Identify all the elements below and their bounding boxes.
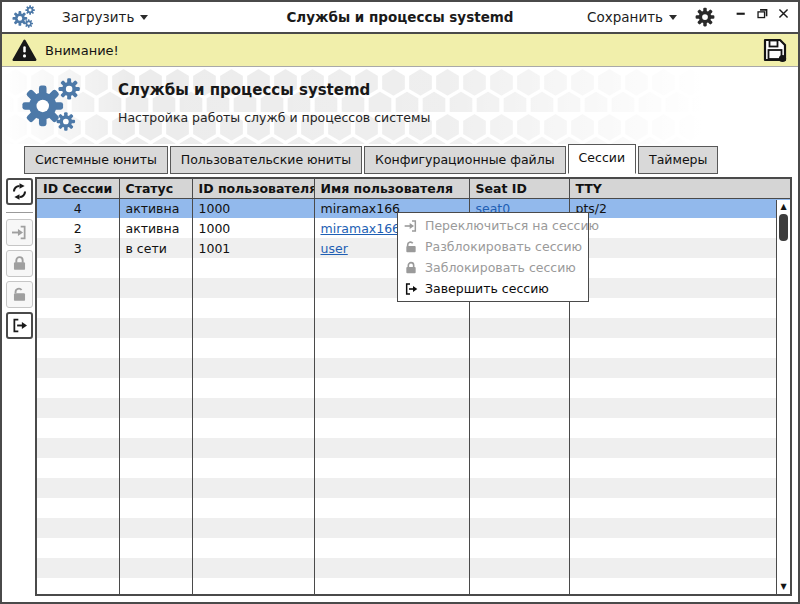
switch-session-icon [10,223,29,242]
table-row-empty [37,518,790,538]
switch-session-icon [403,218,419,234]
menu-item-terminate-session[interactable]: Завершить сессию [398,278,588,299]
unlock-icon [403,239,419,255]
title-bar: Загрузить Службы и процессы systemd Сохр… [2,2,798,34]
column-header-tty[interactable]: TTY [569,179,790,198]
session-toolbar [5,178,34,343]
minimize-button[interactable] [735,7,748,20]
save-dropdown-button[interactable]: Сохранить [583,7,681,27]
column-header-user-name[interactable]: Имя пользователя [314,179,469,198]
unlock-icon [10,285,29,304]
tab-bar: Системные юниты Пользовательские юниты К… [2,144,798,174]
save-report-icon[interactable] [762,37,788,63]
column-header-session-id[interactable]: ID Сессии [37,179,119,198]
table-row-empty [37,578,790,596]
lock-icon [10,254,29,273]
table-row-empty [37,398,790,418]
app-gears-icon [10,4,40,30]
chevron-down-icon [140,15,148,24]
tab-sessions[interactable]: Сессии [568,144,636,174]
table-row-empty [37,358,790,378]
tab-system-units[interactable]: Системные юниты [24,146,168,174]
scrollbar-thumb[interactable] [779,214,788,241]
terminate-session-icon [10,316,29,335]
cell-status: активна [119,198,192,218]
sessions-panel: ID Сессии Статус ID пользователя Имя пол… [2,174,798,602]
tab-user-units[interactable]: Пользовательские юниты [170,146,362,174]
lock-session-button [6,250,33,277]
column-header-user-id[interactable]: ID пользователя [192,179,314,198]
table-row-empty [37,478,790,498]
page-header: Службы и процессы systemd Настройка рабо… [2,67,798,144]
table-row-empty [37,418,790,438]
refresh-icon [10,182,29,201]
lock-icon [403,260,419,276]
load-dropdown-button[interactable]: Загрузить [58,7,152,27]
menu-item-lock-session: Заблокировать сессию [398,257,588,278]
menu-item-switch-session: Переключиться на сессию [398,215,588,236]
refresh-button[interactable] [6,178,33,205]
tab-timers[interactable]: Таймеры [638,146,718,174]
tab-config-files[interactable]: Конфигурационные файлы [364,146,566,174]
cell-tty: pts/2 [569,198,790,218]
switch-session-button [6,219,33,246]
load-dropdown-label: Загрузить [62,9,134,25]
save-dropdown-label: Сохранить [587,9,663,25]
table-row-empty [37,538,790,558]
toolbar-separator [6,212,33,213]
table-row-empty [37,498,790,518]
table-row-empty [37,458,790,478]
page-subtitle: Настройка работы служб и процессов систе… [118,110,430,125]
app-window: Загрузить Службы и процессы systemd Сохр… [0,0,800,604]
cell-status: в сети [119,238,192,258]
cell-session-id: 2 [37,218,119,238]
menu-item-label: Заблокировать сессию [425,260,576,275]
vertical-scrollbar[interactable]: ▲ ▼ [776,200,790,594]
table-row-empty [37,338,790,358]
table-row-empty [37,318,790,338]
cell-user-id: 1001 [192,238,314,258]
table-row-empty [37,378,790,398]
warning-label: Внимание! [45,43,119,58]
settings-gear-icon[interactable] [695,7,715,27]
cell-tty [569,218,790,238]
user-name-link[interactable]: miramax166 [321,221,401,236]
terminate-session-button[interactable] [6,312,33,339]
terminate-session-icon [403,281,419,297]
menu-item-label: Завершить сессию [425,281,549,296]
maximize-button[interactable] [756,7,769,20]
menu-item-label: Разблокировать сессию [425,239,582,254]
warning-bar: Внимание! [2,34,798,67]
menu-item-unlock-session: Разблокировать сессию [398,236,588,257]
page-title: Службы и процессы systemd [118,81,430,99]
cell-tty [569,238,790,258]
column-header-status[interactable]: Статус [119,179,192,198]
app-logo-gears [16,72,94,138]
user-name-link[interactable]: user [321,241,348,256]
cell-status: активна [119,218,192,238]
warning-icon [12,39,37,62]
table-header-row: ID Сессии Статус ID пользователя Имя пол… [37,179,790,198]
table-row-empty [37,558,790,578]
column-header-seat-id[interactable]: Seat ID [469,179,569,198]
unlock-session-button [6,281,33,308]
session-context-menu: Переключиться на сессию Разблокировать с… [397,212,589,302]
cell-session-id: 4 [37,198,119,218]
cell-session-id: 3 [37,238,119,258]
cell-user-id: 1000 [192,218,314,238]
menu-item-label: Переключиться на сессию [425,218,599,233]
cell-user-id: 1000 [192,198,314,218]
chevron-down-icon [669,15,677,24]
close-button[interactable] [777,7,790,20]
scroll-down-arrow-icon[interactable]: ▼ [777,581,790,593]
scroll-up-arrow-icon[interactable]: ▲ [777,201,790,213]
table-row-empty [37,438,790,458]
